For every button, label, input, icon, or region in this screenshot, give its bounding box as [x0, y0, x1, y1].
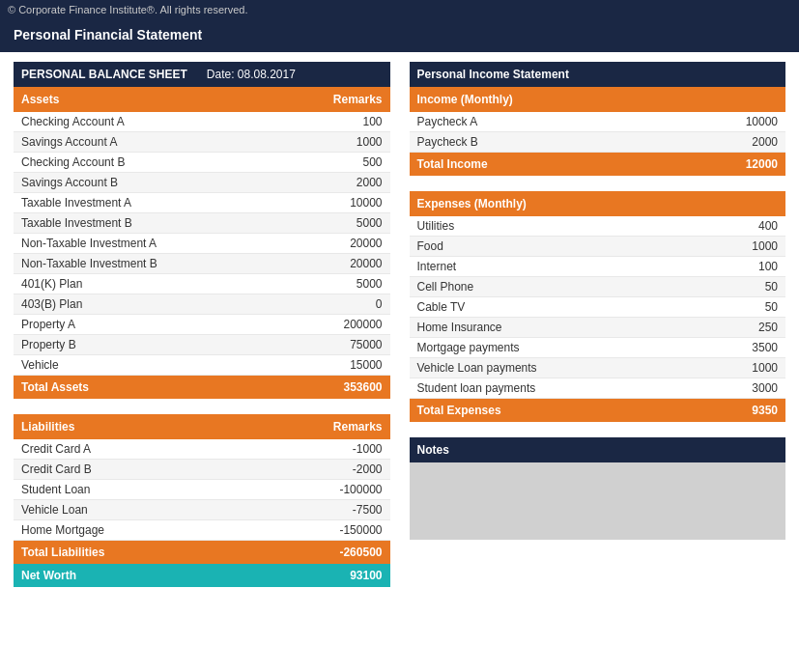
- income-item-value: 10000: [720, 115, 778, 128]
- asset-row: Taxable Investment A10000: [14, 193, 390, 213]
- notes-section: Notes: [410, 437, 786, 540]
- asset-value: 10000: [325, 196, 383, 210]
- asset-value: 100: [325, 115, 383, 128]
- total-liabilities-row: Total Liabilities -260500: [14, 541, 390, 564]
- liability-value: -100000: [325, 483, 383, 496]
- liability-label: Credit Card A: [21, 442, 91, 456]
- expense-row: Internet100: [410, 257, 786, 277]
- expense-item-value: 250: [720, 321, 778, 334]
- asset-row: Non-Taxable Investment B20000: [14, 254, 390, 274]
- expense-item-value: 1000: [720, 361, 778, 375]
- balance-sheet-header: PERSONAL BALANCE SHEET Date: 08.08.2017: [14, 62, 390, 87]
- left-column: PERSONAL BALANCE SHEET Date: 08.08.2017 …: [14, 62, 390, 602]
- expense-item-label: Cell Phone: [417, 280, 474, 294]
- liabilities-remarks-label: Remarks: [333, 420, 383, 434]
- asset-label: Checking Account A: [21, 115, 125, 128]
- total-expenses-row: Total Expenses 9350: [410, 399, 786, 422]
- expenses-section: Expenses (Monthly) Utilities400Food1000I…: [410, 191, 786, 422]
- liability-row: Home Mortgage-150000: [14, 520, 390, 541]
- assets-section: Assets Remarks Checking Account A100Savi…: [14, 87, 390, 399]
- asset-value: 1000: [325, 135, 383, 149]
- asset-label: 401(K) Plan: [21, 277, 82, 291]
- expense-row: Cable TV50: [410, 297, 786, 318]
- expense-row: Student loan payments3000: [410, 378, 786, 399]
- asset-label: 403(B) Plan: [21, 297, 82, 311]
- expense-row: Utilities400: [410, 216, 786, 237]
- expense-row: Food1000: [410, 237, 786, 257]
- assets-header: Assets Remarks: [14, 87, 390, 112]
- asset-value: 15000: [325, 358, 383, 372]
- total-expenses-label: Total Expenses: [417, 404, 501, 417]
- income-row: Paycheck B2000: [410, 132, 786, 153]
- liabilities-label: Liabilities: [21, 420, 74, 434]
- right-column: Personal Income Statement Income (Monthl…: [410, 62, 786, 602]
- asset-value: 20000: [325, 237, 383, 250]
- liabilities-rows: Credit Card A-1000Credit Card B-2000Stud…: [14, 439, 390, 541]
- liability-value: -2000: [325, 462, 383, 476]
- expense-item-label: Food: [417, 239, 443, 253]
- expense-item-label: Home Insurance: [417, 321, 502, 334]
- asset-row: 403(B) Plan0: [14, 294, 390, 315]
- copyright-text: © Corporate Finance Institute®. All righ…: [8, 4, 248, 15]
- notes-box[interactable]: [410, 462, 786, 540]
- expense-row: Mortgage payments3500: [410, 338, 786, 358]
- notes-header: Notes: [410, 437, 786, 462]
- asset-row: Savings Account A1000: [14, 132, 390, 153]
- expense-item-label: Mortgage payments: [417, 341, 520, 354]
- asset-value: 5000: [325, 277, 383, 291]
- asset-row: Property A200000: [14, 315, 390, 335]
- expense-item-value: 3500: [720, 341, 778, 354]
- balance-sheet-date: Date: 08.08.2017: [207, 68, 296, 81]
- liability-value: -150000: [325, 523, 383, 537]
- asset-row: Checking Account A100: [14, 112, 390, 132]
- income-header: Income (Monthly): [410, 87, 786, 112]
- liability-value: -1000: [325, 442, 383, 456]
- notes-label: Notes: [417, 443, 449, 457]
- total-expenses-value: 9350: [752, 404, 778, 417]
- total-assets-label: Total Assets: [21, 380, 89, 394]
- total-income-row: Total Income 12000: [410, 153, 786, 176]
- asset-label: Taxable Investment A: [21, 196, 131, 210]
- asset-label: Property A: [21, 318, 75, 331]
- app-title: Personal Financial Statement: [0, 19, 799, 52]
- liability-value: -7500: [325, 503, 383, 517]
- liability-label: Vehicle Loan: [21, 503, 88, 517]
- liabilities-header: Liabilities Remarks: [14, 414, 390, 439]
- expense-item-value: 50: [720, 300, 778, 314]
- expense-row: Home Insurance250: [410, 318, 786, 338]
- asset-label: Property B: [21, 338, 76, 351]
- liability-label: Home Mortgage: [21, 523, 104, 537]
- asset-label: Checking Account B: [21, 155, 125, 169]
- asset-row: Non-Taxable Investment A20000: [14, 234, 390, 254]
- liability-row: Credit Card A-1000: [14, 439, 390, 460]
- expense-item-label: Vehicle Loan payments: [417, 361, 537, 375]
- total-income-label: Total Income: [417, 157, 488, 171]
- asset-value: 0: [325, 297, 383, 311]
- asset-row: Checking Account B500: [14, 153, 390, 173]
- income-section: Income (Monthly) Paycheck A10000Paycheck…: [410, 87, 786, 176]
- expense-item-label: Utilities: [417, 219, 455, 233]
- total-liabilities-label: Total Liabilities: [21, 546, 104, 559]
- asset-row: Savings Account B2000: [14, 173, 390, 193]
- assets-remarks-label: Remarks: [333, 93, 383, 106]
- expenses-header: Expenses (Monthly): [410, 191, 786, 216]
- asset-value: 200000: [325, 318, 383, 331]
- asset-row: Property B75000: [14, 335, 390, 355]
- liability-label: Student Loan: [21, 483, 90, 496]
- asset-row: Vehicle15000: [14, 355, 390, 376]
- income-item-label: Paycheck B: [417, 135, 478, 149]
- income-label: Income (Monthly): [417, 93, 513, 106]
- asset-label: Savings Account A: [21, 135, 117, 149]
- total-assets-value: 353600: [343, 380, 382, 394]
- income-item-label: Paycheck A: [417, 115, 478, 128]
- asset-label: Non-Taxable Investment B: [21, 257, 157, 270]
- expense-item-value: 100: [720, 260, 778, 273]
- expense-item-label: Student loan payments: [417, 381, 536, 395]
- expense-row: Vehicle Loan payments1000: [410, 358, 786, 378]
- assets-rows: Checking Account A100Savings Account A10…: [14, 112, 390, 376]
- income-statement-title: Personal Income Statement: [417, 68, 569, 81]
- assets-label: Assets: [21, 93, 59, 106]
- total-liabilities-value: -260500: [339, 546, 382, 559]
- top-bar: © Corporate Finance Institute®. All righ…: [0, 0, 799, 19]
- asset-row: Taxable Investment B5000: [14, 213, 390, 234]
